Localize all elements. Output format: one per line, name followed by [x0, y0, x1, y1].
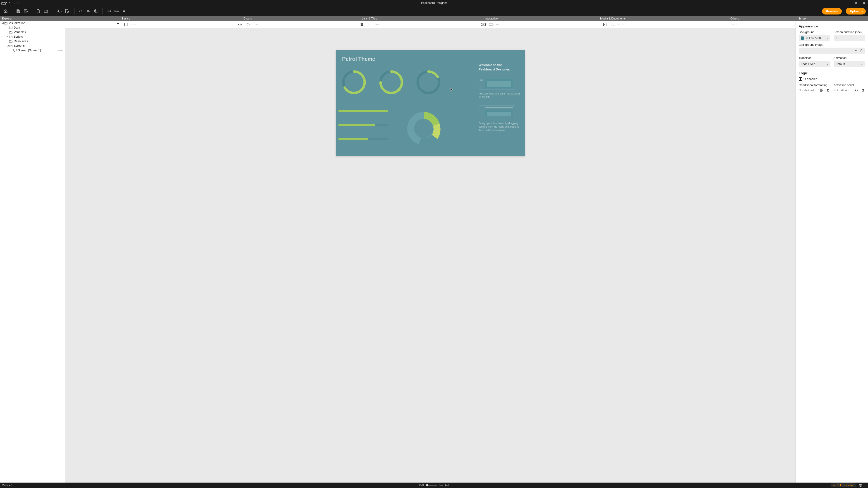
section-headers: Explorer Basics Charts Lists & Tiles Int…: [0, 16, 868, 21]
more-others[interactable]: ○○○: [732, 22, 737, 27]
gauge-control-icon[interactable]: [245, 22, 250, 27]
home-button[interactable]: [2, 8, 9, 15]
delete-script-button[interactable]: [861, 88, 865, 92]
design-canvas[interactable]: Petrol Theme: [336, 50, 525, 156]
more-media[interactable]: ○○○: [618, 22, 623, 27]
redo-caret: ⌄: [21, 2, 23, 4]
width-tool-button[interactable]: 100%: [105, 8, 112, 15]
category-others[interactable]: Others: [674, 17, 796, 20]
logic-heading: Logic: [799, 71, 865, 75]
category-basics[interactable]: Basics: [65, 17, 187, 20]
fit-width-icon[interactable]: [445, 484, 449, 487]
hub-button[interactable]: [121, 8, 127, 15]
tree-data[interactable]: ▸Data: [0, 25, 65, 30]
project-settings-button[interactable]: ⌄: [64, 8, 72, 15]
delete-cond-fmt-button[interactable]: [826, 88, 830, 92]
more-basics[interactable]: ○○○: [131, 22, 136, 27]
animation-label: Animation: [834, 56, 865, 60]
input-control-icon[interactable]: [489, 22, 494, 27]
background-label: Background: [799, 30, 830, 34]
button-control-icon[interactable]: OK: [481, 22, 486, 27]
undo-caret[interactable]: ⌄: [13, 2, 15, 4]
tree-resources[interactable]: ▸Resources: [0, 39, 65, 43]
more-interactive[interactable]: ○○○: [496, 22, 501, 27]
titlebar: peak board. ⌄ ⌄ Peakboard Designer: [0, 0, 868, 6]
settings-button[interactable]: ⌄: [55, 8, 63, 15]
svg-text:PDF: PDF: [612, 25, 614, 26]
tree-variables[interactable]: ▸Variables: [0, 30, 65, 34]
connection-status[interactable]: Not connected: [830, 483, 857, 487]
monitor-icon: [13, 49, 17, 52]
new-file-button[interactable]: [35, 8, 42, 15]
hint-1: Add your data sources in the explorer on…: [478, 92, 522, 99]
category-media[interactable]: Media & Documents: [552, 17, 674, 20]
redo-button[interactable]: [16, 1, 20, 5]
tree-label: Resources: [14, 39, 28, 43]
duration-value: 0: [836, 36, 837, 40]
script-button[interactable]: [78, 8, 84, 15]
item-menu[interactable]: ○○○: [57, 49, 63, 52]
titlebar-left: peak board. ⌄ ⌄: [0, 1, 23, 5]
svg-rect-22: [368, 23, 371, 26]
svg-point-19: [360, 23, 360, 24]
canvas-area: T ○○○ ○○○ ○○○ OK ○○○: [65, 21, 796, 483]
svg-point-7: [95, 10, 96, 11]
more-charts[interactable]: ○○○: [253, 22, 258, 27]
animation-value: Default: [836, 62, 845, 66]
pdf-control-icon[interactable]: PDF: [610, 22, 615, 27]
save-button[interactable]: [15, 8, 22, 15]
category-charts[interactable]: Charts: [187, 17, 309, 20]
zoom-slider[interactable]: [426, 485, 437, 486]
height-tool-button[interactable]: 100px: [113, 8, 120, 15]
transition-dropdown[interactable]: Fade Over⌄: [799, 61, 830, 67]
tree-visualization[interactable]: ◢ Visualization: [0, 21, 65, 25]
more-lists[interactable]: ○○○: [375, 22, 380, 27]
tree-scripts[interactable]: ▸Scripts: [0, 34, 65, 39]
table-control-icon[interactable]: [367, 22, 372, 27]
pie-control-icon[interactable]: [238, 22, 243, 27]
edit-script-button[interactable]: [854, 88, 859, 92]
fit-100-icon[interactable]: 100: [439, 484, 443, 487]
svg-text:T: T: [89, 11, 90, 13]
canvas-viewport[interactable]: Petrol Theme: [65, 28, 796, 483]
preview-button[interactable]: Preview: [822, 8, 842, 15]
text-control-icon[interactable]: T: [116, 22, 121, 27]
upload-button[interactable]: Upload⌄: [846, 8, 866, 15]
is-enabled-checkbox[interactable]: Is enabled: [799, 77, 865, 81]
minimize-button[interactable]: [843, 0, 852, 6]
background-dropdown[interactable]: #FF327788⌄: [799, 35, 830, 41]
rect-control-icon[interactable]: [123, 22, 128, 27]
maximize-button[interactable]: [852, 0, 860, 6]
svg-point-2: [58, 11, 59, 12]
undo-button[interactable]: [8, 1, 12, 5]
list-control-icon[interactable]: [359, 22, 364, 27]
palette-button[interactable]: [93, 8, 100, 15]
edit-cond-fmt-button[interactable]: [819, 88, 824, 92]
close-button[interactable]: [860, 0, 868, 6]
image-control-icon[interactable]: [603, 22, 608, 27]
duration-input[interactable]: 0: [834, 35, 865, 41]
ribbon-media: PDF ○○○: [552, 22, 674, 27]
svg-point-9: [96, 10, 97, 10]
open-folder-button[interactable]: [42, 8, 49, 15]
ribbon-basics: T ○○○: [65, 22, 187, 27]
animation-dropdown[interactable]: Default⌄: [834, 61, 865, 67]
tree-screen1[interactable]: ▸Screen (Screen1)○○○: [0, 48, 65, 52]
trash-icon[interactable]: [860, 49, 863, 52]
welcome-panel: Welcome to thePeakboard Designer. Add yo…: [478, 63, 522, 138]
lang-caret[interactable]: ⌄: [865, 484, 866, 486]
svg-rect-25: [489, 23, 493, 26]
ribbon-lists: ○○○: [309, 22, 430, 27]
gauge-3: [415, 69, 442, 95]
link-icon[interactable]: [854, 49, 858, 53]
duration-label: Screen duration (sec): [834, 30, 865, 34]
globe-icon[interactable]: [859, 484, 862, 487]
bg-image-input[interactable]: [799, 48, 865, 54]
logo-bot: board.: [1, 3, 7, 5]
category-interactive[interactable]: Interactive: [430, 17, 552, 20]
save-as-button[interactable]: [23, 8, 29, 15]
color-swatch: [801, 36, 804, 40]
tree-screens[interactable]: ◢Screens: [0, 43, 65, 48]
category-lists[interactable]: Lists & Tiles: [309, 17, 430, 20]
font-button[interactable]: TT: [85, 8, 92, 15]
